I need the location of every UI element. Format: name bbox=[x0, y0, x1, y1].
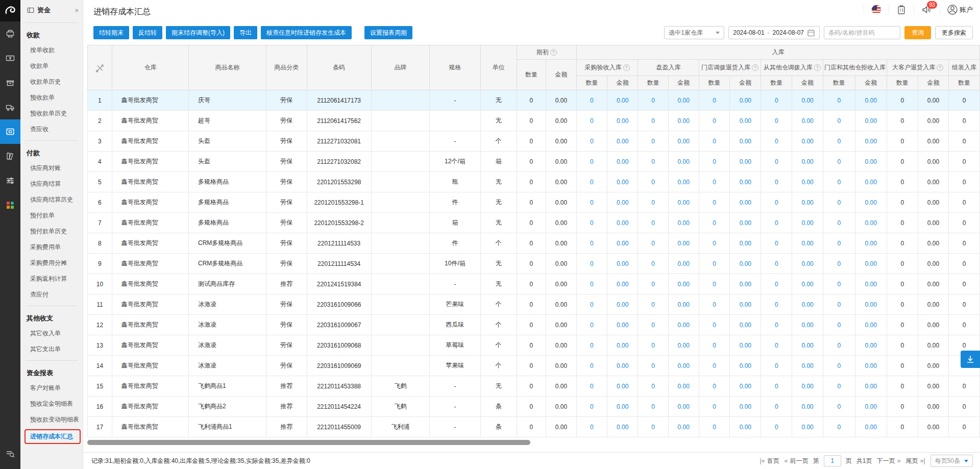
value-link[interactable]: 0.00 bbox=[792, 376, 823, 397]
value-link[interactable]: 0.00 bbox=[792, 397, 823, 417]
value-link[interactable]: 0 bbox=[699, 397, 730, 417]
value-link[interactable]: 0 bbox=[638, 417, 668, 437]
value-link[interactable]: 0 bbox=[699, 131, 730, 152]
value-link[interactable]: 0 bbox=[699, 192, 730, 213]
value-link[interactable]: 0.00 bbox=[668, 213, 699, 233]
sidebar-item[interactable]: 查应付 bbox=[20, 287, 83, 303]
sidebar-item[interactable]: 供应商对账 bbox=[20, 160, 83, 176]
table-row[interactable]: 2鑫哥批发商贸超哥劳保2112061417562无00.0000.0000.00… bbox=[88, 111, 980, 131]
next-page-button[interactable]: 下一页 » bbox=[876, 457, 901, 465]
value-link[interactable]: 0 bbox=[576, 397, 607, 417]
value-link[interactable]: 0 bbox=[823, 397, 855, 417]
value-link[interactable]: 0.00 bbox=[668, 111, 699, 131]
value-link[interactable]: 0 bbox=[699, 90, 730, 111]
value-link[interactable]: 0 bbox=[761, 213, 792, 233]
value-link[interactable]: 0.00 bbox=[855, 274, 887, 294]
value-link[interactable]: 0.00 bbox=[668, 131, 699, 152]
toolbar-button[interactable]: 设置报表周期 bbox=[364, 26, 412, 39]
value-link[interactable]: 0 bbox=[699, 417, 730, 437]
value-link[interactable]: 0.00 bbox=[668, 274, 699, 294]
tasks-clipboard-icon[interactable] bbox=[896, 5, 906, 15]
value-link[interactable]: 0 bbox=[823, 192, 855, 213]
value-link[interactable]: 0.00 bbox=[668, 356, 699, 376]
table-row[interactable]: 3鑫哥批发商贸头盔劳保2112271032081-个00.0000.0000.0… bbox=[88, 131, 980, 152]
value-link[interactable]: 0 bbox=[638, 131, 668, 152]
value-link[interactable]: 0.00 bbox=[855, 376, 887, 397]
table-row[interactable]: 7鑫哥批发商贸多规格商品劳保2201201553298-2箱无00.0000.0… bbox=[88, 213, 980, 233]
value-link[interactable]: 0.00 bbox=[730, 356, 761, 376]
value-link[interactable]: 0 bbox=[761, 254, 792, 274]
toolbar-button[interactable]: 结转期末 bbox=[93, 26, 129, 39]
value-link[interactable]: 0 bbox=[638, 376, 668, 397]
value-link[interactable]: 0 bbox=[761, 356, 792, 376]
value-link[interactable]: 0.00 bbox=[668, 294, 699, 315]
value-link[interactable]: 0.00 bbox=[730, 417, 761, 437]
value-link[interactable]: 0 bbox=[699, 274, 730, 294]
value-link[interactable]: 0 bbox=[761, 376, 792, 397]
value-link[interactable]: 0.00 bbox=[607, 111, 638, 131]
table-row[interactable]: 17鑫哥批发商贸飞利浦商品1推荐2212011455009飞利浦-条00.000… bbox=[88, 417, 980, 437]
value-link[interactable]: 0 bbox=[761, 192, 792, 213]
value-link[interactable]: 0.00 bbox=[668, 152, 699, 172]
announcement-icon[interactable]: 93 bbox=[921, 5, 933, 15]
value-link[interactable]: 0.00 bbox=[668, 376, 699, 397]
value-link[interactable]: 0.00 bbox=[607, 192, 638, 213]
value-link[interactable]: 0 bbox=[823, 172, 855, 192]
value-link[interactable]: 0 bbox=[638, 335, 668, 356]
value-link[interactable]: 0.00 bbox=[792, 233, 823, 254]
value-link[interactable]: 0.00 bbox=[730, 152, 761, 172]
value-link[interactable]: 0 bbox=[823, 274, 855, 294]
prev-page-button[interactable]: « 前一页 bbox=[784, 457, 808, 465]
sidebar-item[interactable]: 采购返利计算 bbox=[20, 271, 83, 287]
toolbar-button[interactable]: 导出 bbox=[234, 26, 257, 39]
value-link[interactable]: 0 bbox=[699, 254, 730, 274]
toolbar-button[interactable]: 核查任意时段进销存发生成本 bbox=[261, 26, 352, 39]
value-link[interactable]: 0.00 bbox=[730, 335, 761, 356]
value-link[interactable]: 0.00 bbox=[730, 111, 761, 131]
value-link[interactable]: 0.00 bbox=[792, 356, 823, 376]
funds-safe-icon[interactable] bbox=[0, 119, 20, 144]
value-link[interactable]: 0 bbox=[576, 417, 607, 437]
value-link[interactable]: 0.00 bbox=[668, 417, 699, 437]
first-page-button[interactable]: |« 首页 bbox=[760, 457, 779, 465]
value-link[interactable]: 0 bbox=[823, 131, 855, 152]
sidebar-item-active[interactable]: 进销存成本汇总 bbox=[24, 429, 81, 444]
sidebar-item[interactable]: 采购费用单 bbox=[20, 239, 83, 255]
value-link[interactable]: 0 bbox=[823, 213, 855, 233]
value-link[interactable]: 0.00 bbox=[792, 111, 823, 131]
value-link[interactable]: 0 bbox=[823, 111, 855, 131]
sidebar-item[interactable]: 采购费用分摊 bbox=[20, 255, 83, 271]
toolbar-button[interactable]: 期末结存调整(导入) bbox=[166, 26, 230, 39]
value-link[interactable]: 0 bbox=[823, 376, 855, 397]
value-link[interactable]: 0 bbox=[761, 233, 792, 254]
value-link[interactable]: 0 bbox=[761, 335, 792, 356]
value-link[interactable]: 0 bbox=[576, 90, 607, 111]
sidebar-item[interactable]: 供应商结算 bbox=[20, 176, 83, 192]
value-link[interactable]: 0 bbox=[761, 294, 792, 315]
table-row[interactable]: 6鑫哥批发商贸多规格商品劳保2201201553298-1件无00.0000.0… bbox=[88, 192, 980, 213]
value-link[interactable]: 0 bbox=[699, 111, 730, 131]
value-link[interactable]: 0 bbox=[576, 335, 607, 356]
value-link[interactable]: 0 bbox=[576, 213, 607, 233]
page-size-select[interactable]: 每页50条 bbox=[930, 455, 973, 467]
table-row[interactable]: 11鑫哥批发商贸冰激凌劳保2203161009066芒果味个00.0000.00… bbox=[88, 294, 980, 315]
sidebar-item[interactable]: 预收定金明细表 bbox=[20, 396, 83, 412]
value-link[interactable]: 0 bbox=[576, 254, 607, 274]
value-link[interactable]: 0 bbox=[638, 294, 668, 315]
value-link[interactable]: 0.00 bbox=[668, 90, 699, 111]
value-link[interactable]: 0 bbox=[576, 172, 607, 192]
value-link[interactable]: 0 bbox=[761, 111, 792, 131]
table-row[interactable]: 13鑫哥批发商贸冰激凌劳保2203161009068草莓味个00.0000.00… bbox=[88, 335, 980, 356]
sidebar-item[interactable]: 预收款变动明细表 bbox=[20, 412, 83, 428]
table-row[interactable]: 16鑫哥批发商贸飞鹤商品2推荐2212011454224飞鹤-条00.0000.… bbox=[88, 397, 980, 417]
value-link[interactable]: 0 bbox=[576, 131, 607, 152]
value-link[interactable]: 0 bbox=[576, 274, 607, 294]
value-link[interactable]: 0 bbox=[699, 315, 730, 335]
table-row[interactable]: 4鑫哥批发商贸头盔劳保211227103208212个/箱箱00.0000.00… bbox=[88, 152, 980, 172]
value-link[interactable]: 0 bbox=[576, 152, 607, 172]
help-icon[interactable]: ? bbox=[752, 64, 758, 71]
value-link[interactable]: 0 bbox=[761, 152, 792, 172]
sidebar-item[interactable]: 收款单历史 bbox=[20, 74, 83, 90]
sidebar-item[interactable]: 预收款单 bbox=[20, 90, 83, 106]
sidebar-item[interactable]: 按单收款 bbox=[20, 42, 83, 58]
